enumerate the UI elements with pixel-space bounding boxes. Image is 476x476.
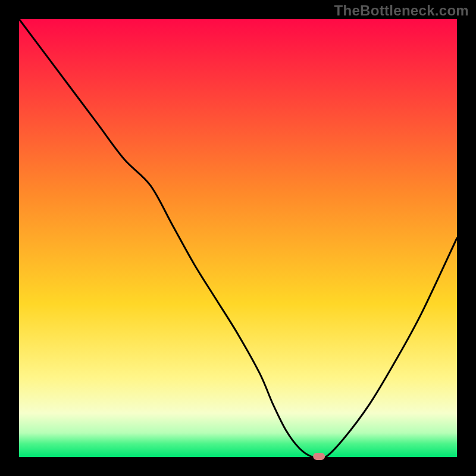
chart-frame: TheBottleneck.com [0, 0, 476, 476]
bottleneck-chart [0, 0, 476, 476]
optimal-marker [313, 453, 325, 460]
gradient-background [19, 19, 457, 457]
